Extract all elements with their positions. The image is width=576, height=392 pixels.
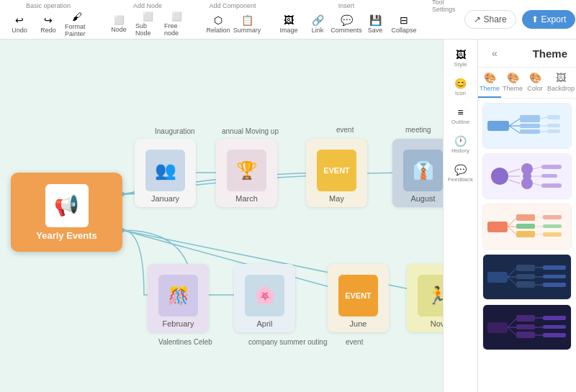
style-icon: 🖼 [456,49,466,60]
free-node-button[interactable]: ⬜ Free node [163,11,190,37]
svg-point-23 [491,168,508,185]
event-tag: event [346,338,363,346]
left-sidebar: 🖼 Style 😊 Icon ≡ Outline 🕐 History 💬 [444,40,478,392]
export-button[interactable]: ⬆ Export [522,10,576,29]
image-icon: 🖼 [284,14,294,26]
right-panel: 🖼 Style 😊 Icon ≡ Outline 🕐 History 💬 [443,40,576,392]
june-node[interactable]: EVENT June [328,264,389,332]
svg-rect-33 [541,165,562,169]
sub-node-icon: ⬜ [143,12,153,22]
february-node[interactable]: 🎊 February [148,264,209,332]
april-node[interactable]: 🌸 April [234,264,295,332]
feedback-label: Feedback [448,176,473,183]
svg-rect-66 [516,315,535,322]
top-right-actions: ↗ Share ⬆ Export [464,10,576,29]
undo-button[interactable]: ↩ Undo [6,11,33,37]
redo-button[interactable]: ↪ Redo [35,11,62,37]
may-image: EVENT [317,150,356,191]
icon-button[interactable]: 😊 Icon [448,74,474,100]
add-node-group: Add Node ⬜ Node ⬜ Sub Node ⬜ Free node [105,2,190,37]
january-node[interactable]: 👥 January [135,139,196,207]
summary-icon: 📋 [241,14,253,26]
theme-card-2[interactable] [482,153,572,199]
tab-theme-1[interactable]: 🎨 Theme [478,68,501,98]
tab-color[interactable]: 🎨 Color [524,68,546,98]
tool-settings-group: Tool Settings [432,0,456,40]
panel-collapse-button[interactable]: « [487,45,503,61]
feedback-button[interactable]: 💬 Feedback [448,160,474,186]
april-label: April [256,319,272,328]
theme-card-4[interactable] [482,254,572,300]
svg-rect-42 [516,231,535,237]
june-label: June [350,319,367,328]
svg-rect-72 [543,316,566,320]
january-tag: Inauguration [155,127,195,135]
svg-rect-67 [516,324,535,329]
outline-icon: ≡ [457,106,463,118]
add-component-group: Add Component ⬡ Relation 📋 Summary [204,2,261,37]
tab-theme-2[interactable]: 🎨 Theme [501,68,524,98]
history-icon: 🕐 [454,135,467,147]
theme-card-3[interactable] [482,204,572,250]
node-icon: ⬜ [114,15,125,25]
august-node[interactable]: 👔 August [392,139,443,207]
add-component-label: Add Component [209,2,256,9]
collapse-button[interactable]: ⊟ Collapse [390,11,418,37]
theme-card-5[interactable] [482,304,572,350]
insert-group: Insert 🖼 Image 🔗 Link 💬 Comments 💾 Save … [275,2,418,37]
node-button[interactable]: ⬜ Node [105,11,132,37]
outline-label: Outline [451,119,469,125]
march-image: 🏆 [227,150,266,191]
link-label: Link [312,27,324,34]
link-button[interactable]: 🔗 Link [304,11,331,37]
feb-tag: Valentines Celeb [158,338,212,346]
share-icon: ↗ [474,14,481,24]
theme-preview-1 [483,104,571,148]
share-button[interactable]: ↗ Share [464,10,516,29]
svg-rect-41 [516,224,535,229]
svg-rect-40 [516,214,535,221]
export-icon: ⬆ [531,14,539,24]
november-node[interactable]: 🏃 Nov [407,264,443,332]
collapse-icon: ⊟ [400,14,408,26]
history-button[interactable]: 🕐 History [448,132,474,158]
toolbar: Basic operation ↩ Undo ↪ Redo 🖌 Format P… [0,0,576,40]
june-image: EVENT [338,275,378,316]
svg-line-24 [508,169,520,173]
free-node-label: Free node [164,22,189,37]
summary-button[interactable]: 📋 Summary [233,11,261,37]
svg-rect-60 [543,275,566,278]
theme-card-1[interactable] [482,103,572,149]
outline-button[interactable]: ≡ Outline [448,103,474,129]
sub-node-button[interactable]: ⬜ Sub Node [134,11,161,37]
svg-rect-10 [487,121,509,131]
tool-settings-label: Tool Settings [432,0,456,13]
icon-label: Icon [455,90,466,96]
panel-title: Theme [533,47,567,60]
style-button[interactable]: 🖼 Style [448,45,474,71]
image-button[interactable]: 🖼 Image [275,11,302,37]
theme-preview-2 [483,154,571,199]
redo-icon: ↪ [44,14,53,26]
svg-rect-55 [516,281,535,288]
january-label: January [151,194,179,203]
basic-operation-group: Basic operation ↩ Undo ↪ Redo 🖌 Format P… [6,2,91,37]
comments-label: Comments [330,27,362,34]
canvas[interactable]: 📢 Yearly Events Inauguration annual Movi… [0,40,443,392]
january-image: 👥 [145,150,185,191]
link-icon: 🔗 [312,14,324,26]
may-node[interactable]: EVENT May [306,139,367,207]
central-node[interactable]: 📢 Yearly Events [11,173,122,252]
march-node[interactable]: 🏆 March [216,139,277,207]
basic-operation-label: Basic operation [26,2,71,9]
tab-backdrop[interactable]: 🖼 Backdrop [546,68,576,98]
save-button[interactable]: 💾 Save [361,11,389,37]
svg-rect-74 [543,333,566,337]
format-painter-button[interactable]: 🖌 Format Painter [63,11,91,37]
comments-button[interactable]: 💬 Comments [333,11,360,37]
svg-rect-59 [543,265,566,270]
panel-header: « Theme [478,40,576,68]
relation-button[interactable]: ⬡ Relation [204,11,232,37]
march-label: March [235,194,258,203]
tab-color-label: Color [527,85,543,92]
